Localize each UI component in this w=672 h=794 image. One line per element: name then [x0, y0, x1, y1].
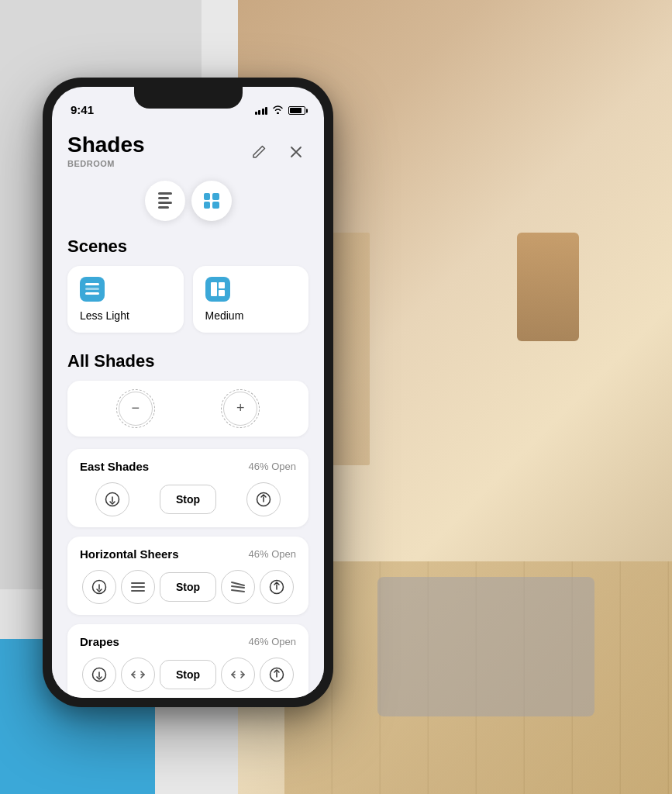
grid-view-button[interactable] — [191, 181, 232, 221]
medium-scene-icon — [205, 277, 230, 302]
sheers-slats-open-button[interactable] — [221, 570, 255, 604]
sheers-slats-close-button[interactable] — [121, 570, 155, 604]
scenes-section-title: Scenes — [67, 236, 308, 257]
less-light-icon — [80, 277, 105, 302]
svg-line-7 — [232, 586, 244, 588]
east-shades-controls: Stop — [80, 482, 296, 516]
east-shades-down-button[interactable] — [95, 482, 129, 516]
east-shades-name: East Shades — [80, 460, 149, 473]
list-view-button[interactable] — [145, 181, 185, 221]
drapes-down-button[interactable] — [82, 658, 116, 692]
phone-notch — [134, 87, 243, 109]
signal-bar-2 — [258, 110, 260, 115]
horizontal-sheers-status: 46% Open — [249, 548, 296, 560]
drapes-compress-button[interactable] — [121, 658, 155, 692]
drapes-stop-button[interactable]: Stop — [160, 660, 216, 689]
page-title: Shades — [67, 133, 145, 157]
status-time: 9:41 — [71, 103, 94, 116]
edit-button[interactable] — [246, 140, 271, 164]
scenes-row: Less Light Medium — [67, 266, 308, 333]
battery-icon — [288, 106, 305, 115]
dashed-ring-2 — [221, 389, 260, 428]
all-shades-controls: − + — [67, 381, 308, 437]
close-button[interactable] — [284, 140, 308, 164]
drapes-header: Drapes 46% Open — [80, 635, 296, 648]
status-icons — [255, 105, 306, 116]
svg-line-8 — [232, 590, 244, 592]
grid-view-icon — [204, 193, 219, 209]
scene-less-light-label: Less Light — [80, 309, 171, 322]
drapes-name: Drapes — [80, 635, 119, 648]
all-shades-title: All Shades — [67, 351, 308, 371]
app-header: Shades BEDROOM — [67, 133, 308, 168]
page-subtitle: BEDROOM — [67, 159, 145, 168]
wifi-icon — [272, 105, 284, 116]
drapes-up-button[interactable] — [260, 658, 294, 692]
sheers-up-button[interactable] — [260, 570, 294, 604]
east-shades-up-button[interactable] — [246, 482, 281, 516]
horizontal-sheers-name: Horizontal Sheers — [80, 547, 179, 561]
signal-bar-3 — [262, 109, 264, 115]
horizontal-sheers-controls: Stop — [80, 570, 296, 604]
scene-less-light[interactable]: Less Light — [67, 266, 184, 333]
sheers-stop-button[interactable]: Stop — [160, 572, 216, 602]
horizontal-sheers-item: Horizontal Sheers 46% Open — [67, 537, 308, 615]
global-decrease-button[interactable]: − — [119, 392, 153, 426]
global-increase-button[interactable]: + — [223, 392, 257, 426]
east-shades-item: East Shades 46% Open Stop — [67, 449, 308, 527]
east-shades-header: East Shades 46% Open — [80, 460, 296, 473]
signal-bar-1 — [255, 112, 257, 115]
east-shades-stop-button[interactable]: Stop — [160, 485, 216, 514]
phone-screen: 9:41 — [52, 87, 324, 698]
dashed-ring — [116, 389, 155, 428]
all-shades-section: All Shades − + — [67, 351, 308, 437]
sheers-down-button[interactable] — [82, 570, 116, 604]
basket-decoration — [517, 233, 579, 341]
battery-fill — [290, 108, 302, 113]
drapes-item: Drapes 46% Open — [67, 624, 308, 698]
list-view-icon — [158, 192, 172, 209]
scene-medium[interactable]: Medium — [193, 266, 309, 333]
title-block: Shades BEDROOM — [67, 133, 145, 168]
phone-body: 9:41 — [43, 78, 333, 707]
drapes-status: 46% Open — [249, 636, 296, 647]
view-toggle — [67, 181, 308, 221]
rug-detail — [377, 577, 594, 716]
signal-bar-4 — [265, 107, 267, 115]
header-actions — [246, 140, 308, 164]
app-content: Shades BEDROOM — [52, 121, 324, 698]
svg-line-6 — [232, 582, 244, 585]
phone-frame: 9:41 — [43, 78, 333, 707]
signal-icon — [255, 107, 268, 115]
scenes-section: Scenes Less Light — [67, 236, 308, 333]
drapes-controls: Stop — [80, 658, 296, 692]
drapes-expand-button[interactable] — [221, 658, 255, 692]
east-shades-status: 46% Open — [249, 461, 296, 472]
horizontal-sheers-header: Horizontal Sheers 46% Open — [80, 547, 296, 561]
scene-medium-label: Medium — [205, 309, 297, 322]
